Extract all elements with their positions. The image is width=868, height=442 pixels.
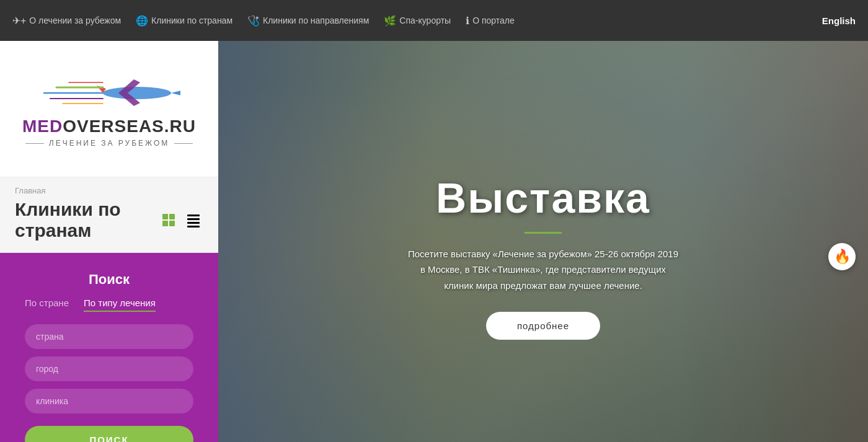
fire-notification-button[interactable]: 🔥 <box>828 243 856 270</box>
nav-item-treatment[interactable]: ✈+ О лечении за рубежом <box>12 15 121 27</box>
hero-area: Выставка Посетите выставку «Лечение за р… <box>218 41 868 442</box>
logo-subtitle: ЛЕЧЕНИЕ ЗА РУБЕЖОМ <box>25 139 193 148</box>
fire-icon: 🔥 <box>834 249 851 265</box>
search-button[interactable]: ПОИСК <box>25 426 193 442</box>
hero-content: Выставка Посетите выставку «Лечение за р… <box>218 41 868 442</box>
search-title: Поиск <box>89 272 130 288</box>
svg-rect-16 <box>187 222 200 224</box>
svg-rect-17 <box>187 226 200 228</box>
nav-label-treatment: О лечении за рубежом <box>29 15 121 25</box>
hero-description: Посетите выставку «Лечение за рубежом» 2… <box>407 246 680 294</box>
svg-rect-13 <box>169 221 175 226</box>
logo-ru: .RU <box>164 117 196 136</box>
nav-label-about: О портале <box>472 15 515 25</box>
hero-title: Выставка <box>436 174 650 222</box>
nav-item-clinics-direction[interactable]: 🩺 Клиники по направлениям <box>247 15 369 27</box>
svg-rect-15 <box>187 218 200 220</box>
info-icon: ℹ <box>466 15 469 27</box>
page-header: Главная Клиники по странам <box>0 177 218 253</box>
logo-overseas: OVERSEAS <box>63 117 164 136</box>
list-icon <box>186 213 201 228</box>
logo-brand: MEDOVERSEAS.RU <box>22 117 196 136</box>
breadcrumb: Главная <box>15 186 203 195</box>
medical-icon: 🩺 <box>247 15 260 27</box>
search-input-country[interactable] <box>25 324 193 349</box>
svg-point-0 <box>103 87 171 99</box>
svg-rect-12 <box>162 221 168 226</box>
svg-marker-1 <box>171 90 180 96</box>
hero-divider <box>525 232 562 234</box>
grid-view-button[interactable] <box>159 210 179 230</box>
spa-icon: 🌿 <box>384 15 396 27</box>
sidebar: MEDOVERSEAS.RU ЛЕЧЕНИЕ ЗА РУБЕЖОМ Главна… <box>0 41 218 442</box>
nav-item-about[interactable]: ℹ О портале <box>466 15 515 27</box>
top-navigation: ✈+ О лечении за рубежом 🌐 Клиники по стр… <box>0 0 868 41</box>
hero-more-button[interactable]: подробнее <box>486 312 600 340</box>
search-panel: Поиск По стране По типу лечения ПОИСК <box>0 253 218 442</box>
main-layout: MEDOVERSEAS.RU ЛЕЧЕНИЕ ЗА РУБЕЖОМ Главна… <box>0 41 868 442</box>
globe-icon: 🌐 <box>136 15 148 27</box>
page-title-row: Клиники по странам <box>15 199 203 241</box>
tab-by-treatment[interactable]: По типу лечения <box>84 298 156 312</box>
svg-rect-14 <box>187 214 200 216</box>
search-input-clinic[interactable] <box>25 389 193 413</box>
language-switcher[interactable]: English <box>822 15 856 26</box>
nav-item-clinics-country[interactable]: 🌐 Клиники по странам <box>136 15 232 27</box>
svg-rect-11 <box>169 214 175 219</box>
logo-graphic <box>38 70 180 117</box>
grid-icon <box>161 213 176 228</box>
nav-item-spa[interactable]: 🌿 Спа-курорты <box>384 15 451 27</box>
tab-by-country[interactable]: По стране <box>25 298 69 312</box>
logo-text: MEDOVERSEAS.RU ЛЕЧЕНИЕ ЗА РУБЕЖОМ <box>22 117 196 148</box>
search-tabs: По стране По типу лечения <box>25 298 193 312</box>
search-input-city[interactable] <box>25 356 193 381</box>
list-view-button[interactable] <box>184 210 203 230</box>
plane-icon: ✈+ <box>12 15 26 27</box>
svg-rect-10 <box>162 214 168 219</box>
logo-med: MED <box>22 117 63 136</box>
page-title: Клиники по странам <box>15 199 159 241</box>
nav-label-spa: Спа-курорты <box>399 15 451 25</box>
nav-label-clinics-direction: Клиники по направлениям <box>263 15 369 25</box>
nav-label-clinics-country: Клиники по странам <box>151 15 232 25</box>
logo-area: MEDOVERSEAS.RU ЛЕЧЕНИЕ ЗА РУБЕЖОМ <box>0 41 218 177</box>
view-toggle <box>159 210 203 230</box>
